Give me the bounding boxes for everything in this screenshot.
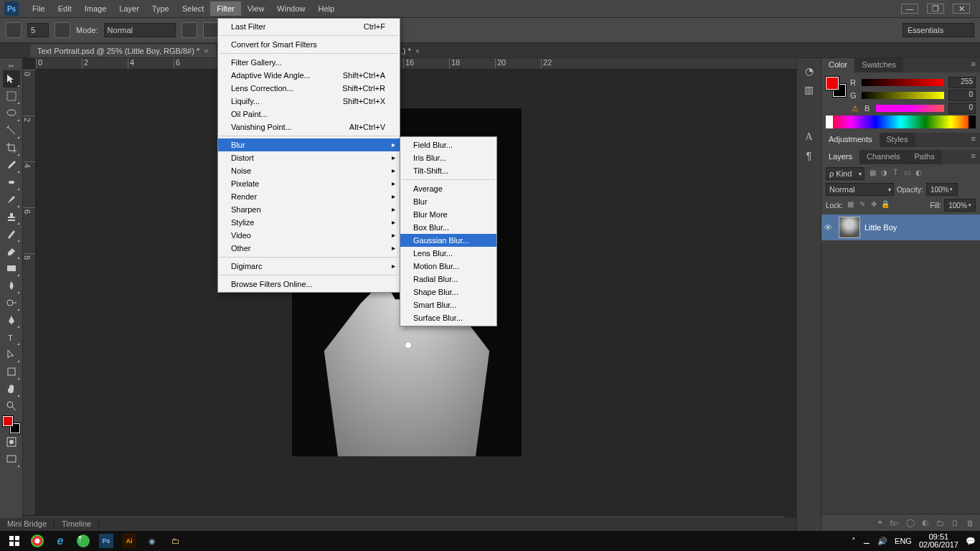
stamp-tool[interactable]	[3, 208, 20, 225]
blur-submenu-item[interactable]: Tilt-Shift...	[400, 164, 496, 177]
filter-menu-item[interactable]: Render	[218, 190, 400, 203]
g-slider[interactable]	[862, 92, 944, 99]
menu-image[interactable]: Image	[78, 1, 113, 16]
panel-menu-icon[interactable]: ≡	[967, 150, 980, 164]
tool-preset-icon[interactable]	[6, 22, 22, 38]
filter-menu-item[interactable]: Liquify...Shift+Ctrl+X	[218, 95, 400, 108]
eraser-tool[interactable]	[3, 242, 20, 260]
filter-menu-item[interactable]: Noise	[218, 164, 400, 177]
blur-submenu-item[interactable]: Blur	[400, 195, 496, 208]
brush-tool[interactable]	[3, 191, 20, 208]
color-spectrum[interactable]	[826, 116, 976, 128]
brush-panel-icon[interactable]	[55, 22, 70, 38]
document-tab[interactable]: Text Portrait.psd @ 25% (Little Boy, RGB…	[30, 44, 216, 57]
illustrator-icon[interactable]: Ai	[119, 532, 139, 550]
filter-menu-item[interactable]: Video	[218, 229, 400, 242]
blur-submenu-item[interactable]: Motion Blur...	[400, 260, 496, 273]
tab-mini-bridge[interactable]: Mini Bridge	[0, 518, 55, 531]
notifications-icon[interactable]: 💬	[966, 537, 976, 546]
maximize-button[interactable]: ❐	[927, 4, 944, 14]
visibility-icon[interactable]: 👁	[824, 223, 834, 232]
photoshop-icon[interactable]: Ps	[96, 532, 116, 550]
blur-submenu-item[interactable]: Iris Blur...	[400, 151, 496, 164]
start-button[interactable]	[4, 532, 24, 550]
close-button[interactable]: ✕	[953, 4, 970, 14]
blur-submenu-item[interactable]: Box Blur...	[400, 221, 496, 234]
gradient-tool[interactable]	[3, 260, 20, 277]
layer-name[interactable]: Little Boy	[864, 223, 897, 232]
link-icon[interactable]: ⚭	[877, 518, 883, 527]
steam-icon[interactable]: ◉	[142, 532, 162, 550]
tab-paths[interactable]: Paths	[908, 150, 942, 164]
lock-icons[interactable]: ▦✎✥🔒	[846, 200, 928, 210]
menu-window[interactable]: Window	[270, 1, 311, 16]
gamut-warning-icon[interactable]: ⚠	[850, 104, 860, 113]
brush-size[interactable]: 5	[27, 23, 49, 37]
lang-indicator[interactable]: ENG	[895, 537, 912, 545]
filter-icons[interactable]: ▦◑T▭◐	[867, 169, 976, 179]
g-value[interactable]: 0	[948, 90, 976, 101]
blend-mode-select[interactable]: Normal	[104, 23, 176, 37]
menu-type[interactable]: Type	[146, 1, 176, 16]
quickmask-tool[interactable]	[3, 433, 20, 451]
filter-menu-item[interactable]: Filter Gallery...	[218, 56, 400, 69]
close-icon[interactable]: ×	[204, 47, 208, 55]
group-icon[interactable]: 🗀	[936, 519, 944, 527]
type-tool[interactable]: T	[3, 329, 20, 346]
tab-timeline[interactable]: Timeline	[55, 518, 99, 531]
blur-submenu-item[interactable]: Surface Blur...	[400, 311, 496, 324]
zoom-tool[interactable]	[3, 397, 20, 415]
tab-layers[interactable]: Layers	[821, 150, 859, 164]
pen-tool[interactable]	[3, 311, 20, 329]
tab-styles[interactable]: Styles	[880, 133, 915, 147]
filter-menu-item[interactable]: Distort	[218, 151, 400, 164]
path-select-tool[interactable]	[3, 346, 20, 363]
history-icon[interactable]: ◔	[805, 65, 814, 77]
blur-submenu-item[interactable]: Average	[400, 182, 496, 195]
tab-channels[interactable]: Channels	[859, 150, 907, 164]
mask-icon[interactable]: ◯	[906, 518, 915, 527]
filter-menu-item[interactable]: Oil Paint...	[218, 108, 400, 121]
filter-menu-item[interactable]: Lens Correction...Shift+Ctrl+R	[218, 82, 400, 95]
move-tool[interactable]	[3, 70, 20, 88]
volume-icon[interactable]: 🔊	[877, 537, 887, 546]
menu-edit[interactable]: Edit	[52, 1, 78, 16]
character-icon[interactable]: A	[805, 131, 812, 143]
adjustment-icon[interactable]: ◐	[922, 518, 929, 527]
blur-submenu-item[interactable]: Blur More	[400, 208, 496, 221]
expand-tools-icon[interactable]: ▸▸	[7, 62, 16, 70]
b-value[interactable]: 0	[948, 103, 976, 114]
hand-tool[interactable]	[3, 380, 20, 397]
filter-menu-item[interactable]: Convert for Smart Filters	[218, 38, 400, 51]
dodge-tool[interactable]	[3, 294, 20, 311]
healing-tool[interactable]	[3, 174, 20, 191]
filter-menu-item[interactable]: Other	[218, 242, 400, 255]
color-swatch-pair[interactable]	[826, 77, 846, 97]
opt-icon-2[interactable]	[203, 22, 219, 38]
tab-adjustments[interactable]: Adjustments	[821, 133, 880, 147]
workspace-select[interactable]: Essentials	[903, 23, 974, 37]
chrome-icon[interactable]	[27, 532, 47, 550]
layer-thumbnail[interactable]	[839, 217, 860, 238]
history-brush-tool[interactable]	[3, 225, 20, 242]
marquee-tool[interactable]	[3, 88, 20, 105]
blur-submenu-item[interactable]: Smart Blur...	[400, 298, 496, 311]
menu-file[interactable]: File	[26, 1, 52, 16]
new-layer-icon[interactable]: 🗋	[951, 519, 959, 527]
panel-menu-icon[interactable]: ≡	[967, 58, 980, 72]
filter-kind-select[interactable]: ρ Kind	[826, 167, 864, 180]
blur-submenu-item[interactable]: Gaussian Blur...	[400, 234, 496, 247]
wand-tool[interactable]	[3, 122, 20, 139]
paragraph-icon[interactable]: ¶	[806, 150, 812, 161]
shape-tool[interactable]	[3, 363, 20, 380]
delete-icon[interactable]: 🗑	[966, 519, 974, 527]
blur-tool[interactable]	[3, 277, 20, 294]
menu-select[interactable]: Select	[176, 1, 211, 16]
color-swatches[interactable]	[3, 416, 20, 433]
lasso-tool[interactable]	[3, 105, 20, 122]
brush-presets-icon[interactable]: ▥	[804, 84, 814, 95]
menu-layer[interactable]: Layer	[113, 1, 146, 16]
crop-tool[interactable]	[3, 139, 20, 156]
opacity-value[interactable]: 100%	[926, 183, 958, 196]
menu-view[interactable]: View	[241, 1, 271, 16]
